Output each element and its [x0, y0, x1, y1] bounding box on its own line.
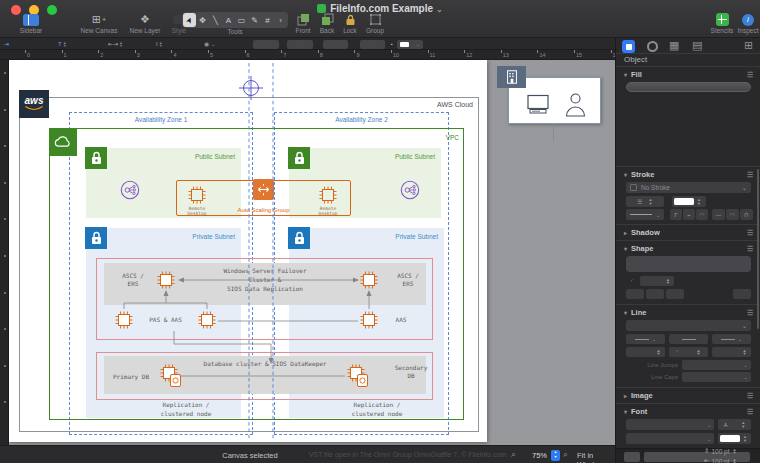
shadow-section-header[interactable]: ▸Shadow☰ [616, 227, 760, 238]
ruler-number: 6 [247, 52, 250, 58]
list-style-icon[interactable]: ▪ [391, 39, 393, 48]
tool-pen[interactable]: ✎ [248, 13, 261, 27]
line-value-stepper-1[interactable]: ▲▼ [626, 347, 665, 357]
canvas-area[interactable]: aws AWS Cloud Availability Zone 1 Availa… [9, 60, 615, 445]
end-square-button[interactable]: ⊓ [740, 209, 753, 220]
origin-crosshair-icon [239, 76, 263, 100]
inspector-scrollbar[interactable] [757, 169, 759, 329]
group-button[interactable]: Group [360, 12, 390, 34]
line-type-dropdown[interactable]: ⌄ [626, 320, 751, 331]
tab-object[interactable] [622, 40, 635, 53]
image-section-header[interactable]: ▸Image☰ [616, 390, 760, 401]
ruler-number: 12 [466, 52, 472, 58]
alignment-control[interactable] [360, 40, 385, 49]
inspector-bottom-bar [616, 448, 760, 463]
corner-square-button[interactable]: Γ [670, 209, 682, 220]
text-color-control[interactable]: ⌄ [397, 40, 423, 49]
tool-grid[interactable]: # [261, 13, 274, 27]
cursor-style-control-icon[interactable]: I▲▼ [156, 39, 163, 48]
shape-preview-well[interactable] [626, 256, 751, 272]
section-menu-icon[interactable]: ☰ [747, 171, 753, 179]
font-family-control[interactable] [253, 40, 279, 49]
inspector-filter-button[interactable] [624, 452, 640, 462]
stroke-color-well[interactable]: ▲▼ [672, 196, 706, 207]
opacity-control-icon[interactable]: ◉⌄ [204, 39, 215, 48]
tool-rectangle[interactable]: ▭ [235, 13, 248, 27]
font-size-control[interactable] [323, 40, 348, 49]
inspect-button[interactable]: i Inspect [736, 12, 760, 34]
line-jumps-dropdown[interactable]: ⌄ [682, 360, 751, 370]
ruler-tick [281, 50, 282, 53]
selection-status: Canvas selected [195, 451, 305, 460]
end-round-button[interactable]: ◠ [726, 209, 739, 220]
font-color-well[interactable]: ▲▼ [718, 433, 751, 444]
new-canvas-button[interactable]: ⊞+ New Canvas [76, 12, 122, 34]
line-section-header[interactable]: ▾Line☰ [616, 307, 760, 318]
font-section-header[interactable]: ▾Font☰ [616, 406, 760, 417]
new-layer-button[interactable]: ❖ New Layer [124, 12, 166, 34]
diagram-page[interactable]: aws AWS Cloud Availability Zone 1 Availa… [9, 60, 487, 442]
font-style-dropdown[interactable]: ⌄ [626, 433, 714, 444]
horizontal-ruler[interactable]: 012345678910111213141516 [0, 50, 615, 60]
tab-type[interactable] [647, 41, 658, 52]
person-icon[interactable] [564, 92, 587, 118]
corner-radius-stepper[interactable]: ▲▼ [640, 276, 674, 286]
corner-round-button[interactable]: ⌐ [683, 209, 695, 220]
section-menu-icon[interactable]: ☰ [747, 229, 753, 237]
font-family-dropdown[interactable]: ⌄ [626, 419, 714, 430]
shape-option-2-button[interactable] [646, 289, 664, 299]
tool-text[interactable]: A [222, 13, 235, 27]
leading-stepper[interactable]: ⇤100 pt▲▼ [704, 457, 737, 463]
tool-shape[interactable]: ✥ [196, 13, 209, 27]
font-size-stepper[interactable]: A▲▼ [718, 419, 751, 430]
kerning-stepper[interactable]: ⇕100 pt▲▼ [704, 447, 737, 455]
tool-line[interactable]: ╲ [209, 13, 222, 27]
vertical-ruler[interactable] [0, 60, 9, 445]
tool-pointer[interactable]: ➤ [183, 13, 196, 27]
datacenter-building-icon[interactable] [497, 66, 526, 88]
fit-in-window-button[interactable]: Fit in Window [577, 451, 615, 463]
zoom-level: 75% [525, 451, 547, 460]
shape-section-header[interactable]: ▾Shape☰ [616, 243, 760, 254]
sidebar-button[interactable]: Sidebar [12, 12, 50, 34]
fill-section-header[interactable]: ▾Fill☰ [616, 69, 760, 80]
shape-option-3-button[interactable] [666, 289, 684, 299]
zoom-stepper[interactable]: ▲▼ [551, 450, 560, 461]
spacing-control-icon[interactable]: ⇤⇥▲▼ [108, 39, 123, 48]
line-caps-dropdown[interactable]: ⌄ [682, 372, 751, 382]
indent-control-icon[interactable]: ⇥ [4, 39, 9, 48]
section-menu-icon[interactable]: ☰ [747, 392, 753, 400]
stroke-pattern-dropdown[interactable]: ⌄ [626, 209, 664, 220]
end-flat-button[interactable]: — [712, 209, 725, 220]
ruler-tick [135, 50, 136, 53]
stroke-type-dropdown[interactable]: No Stroke⌄ [626, 182, 751, 193]
corner-bevel-button[interactable]: ◠ [696, 209, 708, 220]
fill-style-bar[interactable] [626, 82, 751, 92]
tab-stencil-window[interactable]: ⊞ [744, 39, 753, 52]
section-menu-icon[interactable]: ☰ [747, 245, 753, 253]
line-middle-dropdown[interactable] [669, 334, 708, 344]
shape-more-button[interactable] [733, 289, 751, 299]
line-end-arrow-dropdown[interactable]: ⌄ [712, 334, 751, 344]
document-info-text: VST file open in The Omni Group OmniGraf… [305, 451, 510, 458]
zoom-out-icon[interactable]: ⌕ [511, 449, 516, 460]
ruler-tick [208, 50, 209, 53]
shape-option-1-button[interactable] [626, 289, 644, 299]
tool-more[interactable]: › [274, 13, 287, 27]
tab-document[interactable]: ▤ [692, 39, 702, 52]
tab-canvas[interactable]: ▦ [669, 39, 679, 52]
ruler-dot [4, 218, 6, 220]
section-menu-icon[interactable]: ☰ [747, 71, 753, 79]
computer-icon[interactable] [525, 94, 551, 115]
chevron-down-icon: ⌄ [436, 5, 443, 14]
line-value-stepper-2[interactable]: ▲▼ [712, 347, 751, 357]
line-start-arrow-dropdown[interactable]: ⌄ [626, 334, 665, 344]
text-size-control-icon[interactable]: T▲▼ [58, 39, 67, 48]
line-radius-stepper[interactable]: ◜▲▼ [669, 347, 708, 357]
section-menu-icon[interactable]: ☰ [747, 309, 753, 317]
stroke-section-header[interactable]: ▾Stroke☰ [616, 169, 760, 180]
zoom-in-icon[interactable]: ⌕ [563, 449, 568, 460]
section-menu-icon[interactable]: ☰ [747, 408, 753, 416]
font-style-control[interactable] [287, 40, 313, 49]
stroke-width-stepper[interactable]: ☰▲▼ [626, 196, 664, 207]
